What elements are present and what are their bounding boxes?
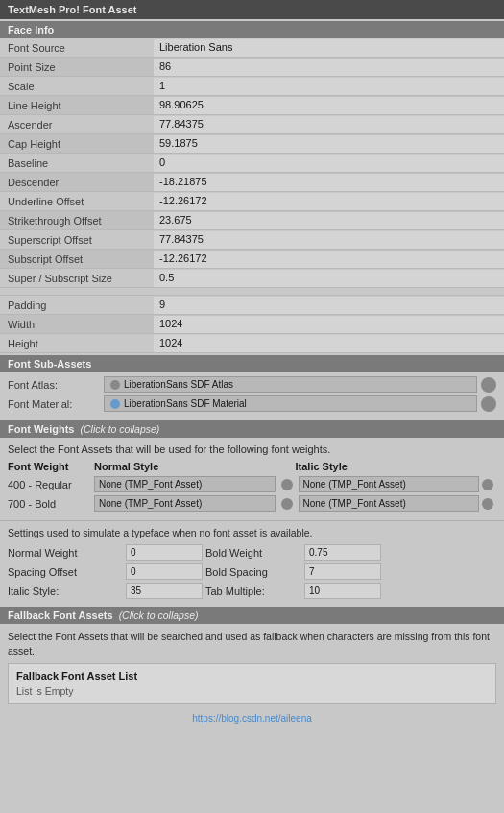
field-label: Scale <box>0 79 154 94</box>
field-value[interactable]: 98.90625 <box>154 97 504 114</box>
field-label: Baseline <box>0 155 154 171</box>
face-info-row: Super / Subscript Size 0.5 <box>0 269 504 288</box>
field-label: Line Height <box>0 98 154 113</box>
fw-italic-dot[interactable] <box>482 479 493 490</box>
settings-value[interactable]: 0 <box>126 544 203 561</box>
settings-bold-value[interactable]: 7 <box>304 563 381 580</box>
font-sub-assets-header: Font Sub-Assets <box>0 355 504 372</box>
fw-normal-dot[interactable] <box>281 479 293 490</box>
face-info-header: Face Info <box>0 21 504 38</box>
font-sub-assets-area: Font Atlas: LiberationSans SDF Atlas Fon… <box>0 372 504 418</box>
font-material-label: Font Material: <box>8 398 104 410</box>
settings-grid: Normal Weight 0 Bold Weight 0.75 Spacing… <box>8 544 496 599</box>
face-info-row: Point Size 86 <box>0 58 504 77</box>
padding-row: Padding 9 <box>0 296 504 315</box>
material-icon <box>110 399 120 409</box>
settings-value[interactable]: 0 <box>126 563 203 580</box>
field-value[interactable]: 1024 <box>154 316 504 333</box>
atlas-icon <box>110 380 120 390</box>
font-weight-row: 400 - Regular None (TMP_Font Asset) None… <box>8 476 496 492</box>
font-atlas-dot[interactable] <box>481 377 496 393</box>
field-value[interactable]: 9 <box>154 297 504 314</box>
font-weights-description: Select the Font Assets that will be used… <box>8 443 496 455</box>
field-label: Superscript Offset <box>0 232 154 248</box>
face-info-row: Underline Offset -12.26172 <box>0 192 504 211</box>
field-value[interactable]: -12.26172 <box>154 193 504 210</box>
field-label: Width <box>0 317 154 332</box>
fallback-list-box: Fallback Font Asset List List is Empty <box>8 663 496 704</box>
face-info-row: Strikethrough Offset 23.675 <box>0 211 504 230</box>
fw-italic-select[interactable]: None (TMP_Font Asset) <box>299 476 480 492</box>
field-label: Point Size <box>0 60 154 75</box>
fallback-list-title: Fallback Font Asset List <box>16 670 488 681</box>
settings-bold-value[interactable]: 10 <box>304 583 381 599</box>
font-material-value[interactable]: LiberationSans SDF Material <box>104 395 477 412</box>
field-value[interactable]: -12.26172 <box>154 251 504 268</box>
fw-normal-select[interactable]: None (TMP_Font Asset) <box>94 476 276 492</box>
field-value[interactable]: 0.5 <box>154 270 504 287</box>
field-label: Ascender <box>0 117 154 132</box>
field-value[interactable]: 1 <box>154 78 504 95</box>
font-atlas-label: Font Atlas: <box>8 379 104 391</box>
field-value[interactable]: 77.84375 <box>154 116 504 133</box>
settings-label: Normal Weight <box>8 547 123 559</box>
fallback-header[interactable]: Fallback Font Assets (Click to collapse) <box>0 607 504 624</box>
field-value[interactable]: Liberation Sans <box>154 39 504 57</box>
padding-row: Width 1024 <box>0 315 504 334</box>
face-info-row: Superscript Offset 77.84375 <box>0 230 504 250</box>
col-header-weight: Font Weight <box>8 461 94 472</box>
settings-description: Settings used to simulate a typeface whe… <box>8 527 496 538</box>
face-info-row: Line Height 98.90625 <box>0 96 504 115</box>
field-label: Strikethrough Offset <box>0 213 154 228</box>
fw-weight-label: 400 - Regular <box>8 479 94 490</box>
face-info-row: Descender -18.21875 <box>0 173 504 192</box>
fallback-label: Fallback Font Assets <box>8 610 113 621</box>
font-weight-row: 700 - Bold None (TMP_Font Asset) None (T… <box>8 495 496 512</box>
font-weights-rows: 400 - Regular None (TMP_Font Asset) None… <box>8 476 496 512</box>
face-info-row: Baseline 0 <box>0 154 504 173</box>
fw-weight-label: 700 - Bold <box>8 498 94 510</box>
col-header-italic: Italic Style <box>296 461 497 472</box>
settings-bold-label: Tab Multiple: <box>205 586 301 597</box>
panel-title: TextMesh Pro! Font Asset <box>0 0 504 19</box>
field-value[interactable]: 1024 <box>154 335 504 352</box>
settings-section: Settings used to simulate a typeface whe… <box>0 520 504 605</box>
fw-italic-select[interactable]: None (TMP_Font Asset) <box>299 495 480 512</box>
font-weights-header[interactable]: Font Weights (Click to collapse) <box>0 420 504 438</box>
face-info-row: Font Source Liberation Sans <box>0 38 504 58</box>
font-material-dot[interactable] <box>481 396 496 412</box>
fw-normal-dot[interactable] <box>281 498 293 510</box>
font-weights-collapse-hint: (Click to collapse) <box>80 423 159 435</box>
field-label: Height <box>0 336 154 351</box>
font-atlas-value[interactable]: LiberationSans SDF Atlas <box>104 376 477 393</box>
field-label: Descender <box>0 175 154 190</box>
watermark: https://blog.csdn.net/aileena <box>0 709 504 728</box>
settings-bold-value[interactable]: 0.75 <box>304 544 381 561</box>
field-value[interactable]: 59.1875 <box>154 135 504 153</box>
fw-normal-select[interactable]: None (TMP_Font Asset) <box>94 495 276 512</box>
font-weights-columns: Font Weight Normal Style Italic Style <box>8 461 496 472</box>
settings-value[interactable]: 35 <box>126 583 203 599</box>
fallback-description: Select the Font Assets that will be sear… <box>8 630 496 658</box>
face-info-row: Scale 1 <box>0 77 504 96</box>
field-label: Padding <box>0 298 154 313</box>
padding-fields: Padding 9 Width 1024 Height 1024 <box>0 296 504 353</box>
field-value[interactable]: -18.21875 <box>154 174 504 191</box>
face-info-fields: Font Source Liberation Sans Point Size 8… <box>0 38 504 288</box>
face-info-row: Subscript Offset -12.26172 <box>0 250 504 269</box>
field-value[interactable]: 86 <box>154 59 504 76</box>
field-value[interactable]: 0 <box>154 155 504 172</box>
fallback-section: Select the Font Assets that will be sear… <box>0 624 504 709</box>
field-label: Underline Offset <box>0 194 154 209</box>
font-material-row: Font Material: LiberationSans SDF Materi… <box>8 395 496 412</box>
field-label: Cap Height <box>0 136 154 152</box>
font-weights-section: Select the Font Assets that will be used… <box>0 438 504 520</box>
fw-italic-dot[interactable] <box>482 498 493 510</box>
settings-label: Spacing Offset <box>8 566 123 578</box>
settings-bold-label: Bold Spacing <box>205 566 301 578</box>
face-info-row: Cap Height 59.1875 <box>0 134 504 154</box>
padding-row: Height 1024 <box>0 334 504 353</box>
spacer <box>0 288 504 296</box>
field-value[interactable]: 23.675 <box>154 212 504 229</box>
field-value[interactable]: 77.84375 <box>154 231 504 249</box>
